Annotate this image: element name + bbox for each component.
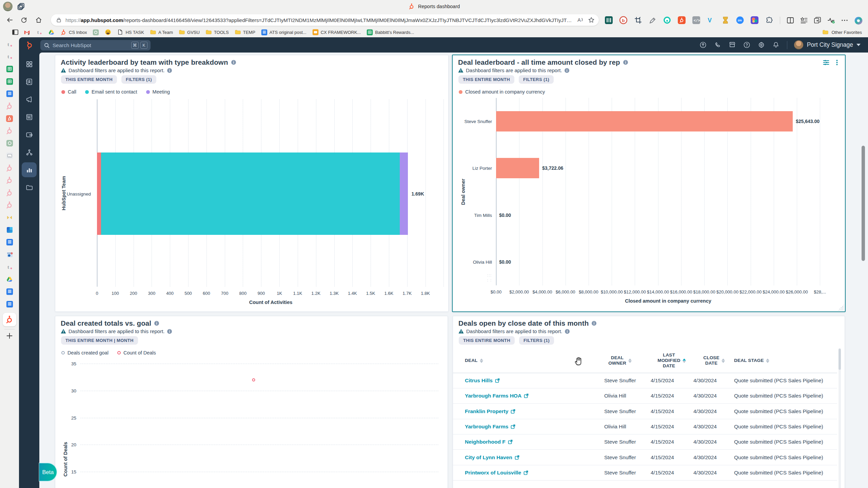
bookmark-gmail[interactable]: 6 — [24, 29, 30, 36]
sidebar-toggle-icon[interactable] — [12, 28, 19, 36]
lock-icon[interactable] — [56, 17, 62, 23]
sidebar-item-library[interactable] — [22, 180, 37, 195]
deal-link[interactable]: Yarbrough Farms — [465, 424, 515, 430]
report-card-activity-leaderboard[interactable]: Activity leaderboard by team with type b… — [55, 55, 449, 312]
vertical-tab-17[interactable] — [5, 250, 14, 259]
vertical-tab-18[interactable]: t — [5, 262, 14, 271]
vertical-tab-20[interactable] — [5, 287, 14, 296]
deal-link[interactable]: City of Lynn Haven — [465, 454, 519, 461]
home-button[interactable] — [35, 16, 42, 24]
vertical-tab-7[interactable] — [5, 126, 14, 136]
vertical-tab-4[interactable] — [5, 89, 14, 98]
info-icon[interactable] — [231, 60, 236, 65]
scatter-point[interactable] — [252, 378, 255, 381]
info-icon[interactable] — [154, 321, 159, 326]
bookmark-hs-task[interactable]: HS TASK — [117, 29, 144, 36]
info-icon[interactable] — [623, 60, 628, 65]
vertical-tab-14[interactable] — [5, 213, 14, 222]
extension-zoom-icon[interactable]: zm — [735, 16, 745, 25]
vertical-tab-5[interactable] — [5, 102, 14, 111]
vertical-tab-2[interactable] — [5, 64, 14, 74]
bookmark-emoji-laugh[interactable] — [105, 29, 111, 36]
sort-icon[interactable] — [766, 359, 769, 363]
bookmark-temp[interactable]: TEMP — [235, 29, 255, 36]
bookmark-ats-original-post-[interactable]: ATS original post... — [261, 29, 307, 36]
sidebar-item-content[interactable] — [22, 109, 37, 124]
column-header-deal-stage[interactable]: DEAL STAGE — [734, 348, 769, 373]
extension-vimeo-icon[interactable]: V — [706, 16, 715, 25]
vertical-tab-21[interactable] — [5, 300, 14, 309]
extension-notion-icon[interactable] — [604, 16, 613, 25]
settings-icon[interactable] — [758, 41, 765, 48]
column-header-close-date[interactable]: CLOSEDATE — [692, 348, 736, 373]
address-bar[interactable]: https://app.hubspot.com/reports-dashboar… — [51, 14, 599, 26]
vertical-tab-active[interactable] — [3, 313, 16, 326]
extension-hourglass-icon[interactable] — [721, 16, 730, 25]
legend-item[interactable]: Meeting — [146, 89, 170, 95]
column-header-deal-owner[interactable]: DEALOWNER — [589, 348, 651, 373]
vertical-tab-6[interactable] — [5, 114, 14, 123]
filter-pill[interactable]: THIS ENTIRE MONTH — [459, 336, 515, 345]
bookmark-tools[interactable]: TOOLS — [205, 29, 229, 36]
legend-item[interactable]: Count of Deals — [117, 350, 156, 355]
sidebar-item-commerce[interactable] — [22, 127, 37, 142]
phone-icon[interactable] — [714, 41, 721, 48]
other-favorites[interactable]: Other Favorites — [822, 29, 862, 36]
sidebar-item-workspaces[interactable] — [22, 57, 37, 72]
vertical-tab-1[interactable]: t — [5, 52, 14, 61]
report-card-deal-created-vs-goal[interactable]: Deal created totals vs. goalDashboard fi… — [55, 316, 448, 488]
bar-liz-porter[interactable] — [496, 158, 539, 178]
split-screen-button[interactable] — [786, 16, 794, 24]
bookmark-chatgpt[interactable] — [93, 29, 99, 36]
tab-groups-icon[interactable] — [17, 2, 25, 11]
deal-link[interactable]: Yarbrough Farms HOA — [465, 393, 529, 399]
sidebar-item-crm[interactable] — [22, 74, 37, 89]
filter-pill[interactable]: FILTERS (1) — [519, 75, 554, 84]
beta-badge[interactable]: Beta — [39, 463, 57, 481]
filter-pill[interactable]: THIS ENTIRE MONTH | MONTH — [61, 336, 138, 345]
info-icon[interactable] — [564, 68, 569, 73]
favorite-star-icon[interactable] — [588, 17, 595, 23]
reload-button[interactable] — [20, 16, 28, 24]
back-button[interactable] — [6, 16, 13, 24]
notifications-icon[interactable] — [772, 41, 780, 48]
browser-essentials-button[interactable] — [827, 16, 835, 24]
sort-icon[interactable] — [628, 359, 632, 363]
card-menu-icon[interactable] — [834, 59, 840, 66]
deal-link[interactable]: Printworx of Louisville — [465, 470, 528, 476]
vertical-tab-8[interactable] — [5, 139, 14, 148]
browser-profile-avatar[interactable] — [3, 2, 13, 11]
report-card-deals-open[interactable]: Deals open by close date of this monthDa… — [453, 316, 845, 488]
filter-pill[interactable]: FILTERS (1) — [519, 336, 554, 345]
page-scrollbar[interactable] — [862, 146, 865, 261]
bookmark-gvsu[interactable]: GVSU — [179, 29, 200, 36]
extension-bitly-icon[interactable]: b — [619, 16, 628, 25]
sort-icon[interactable] — [722, 359, 725, 363]
info-icon[interactable] — [565, 329, 570, 334]
vertical-tab-19[interactable] — [5, 275, 14, 284]
hubspot-logo-icon[interactable] — [24, 39, 35, 51]
bookmark-cx-framework-[interactable]: CX FRAMEWORK... — [312, 29, 361, 36]
info-icon[interactable] — [167, 329, 172, 334]
bookmark-cs-inbox[interactable]: CS Inbox — [60, 29, 87, 36]
extension-code-tile-icon[interactable]: </> — [692, 16, 701, 25]
report-card-deal-leaderboard[interactable]: Deal leaderboard - all time amount close… — [452, 55, 846, 312]
bookmark-babbitt-s-rewards-[interactable]: Babbitt's Rewards... — [367, 29, 414, 36]
extension-puzzle-icon[interactable] — [765, 16, 774, 25]
resize-handle[interactable] — [837, 304, 844, 310]
deal-link[interactable]: Neighborhood F — [465, 439, 513, 445]
vertical-tab-13[interactable] — [5, 201, 14, 210]
bar-steve-snuffer[interactable] — [496, 111, 793, 131]
account-caret-icon[interactable] — [856, 44, 861, 46]
favorites-button[interactable] — [800, 16, 808, 24]
extension-hs-color-tile-icon[interactable] — [750, 16, 759, 25]
extension-crop-icon[interactable] — [633, 16, 643, 25]
sort-icon[interactable] — [683, 359, 686, 363]
global-search-input[interactable]: Search HubSpot ⌘ K — [40, 40, 151, 50]
active-tab[interactable]: Reports dashboard — [408, 0, 460, 13]
legend-item[interactable]: Call — [61, 89, 76, 95]
vertical-tab-11[interactable] — [5, 176, 14, 185]
legend-item[interactable]: Email sent to contact — [85, 89, 137, 95]
extension-hubspot-tile-icon[interactable] — [677, 16, 686, 25]
table-scrollbar[interactable] — [839, 348, 841, 488]
